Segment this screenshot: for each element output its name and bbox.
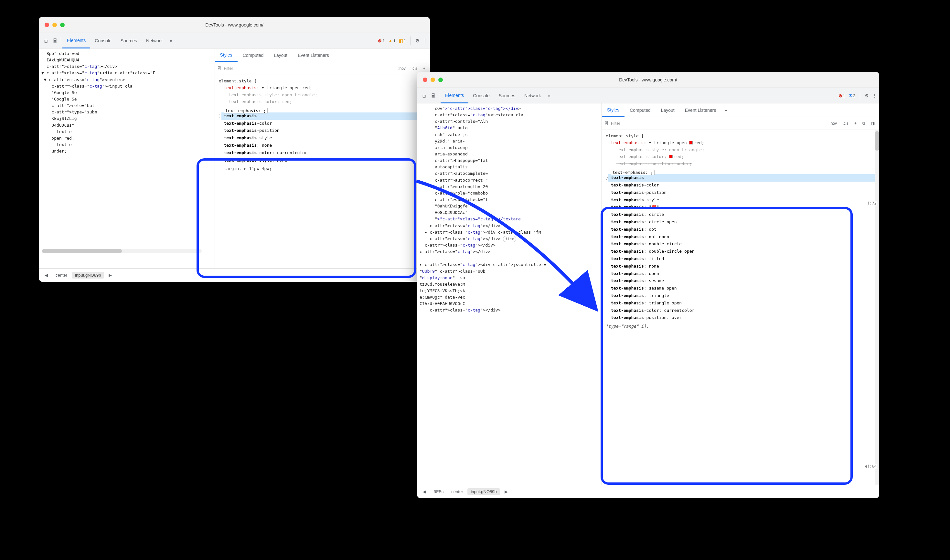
breadcrumb-left-arrow-icon[interactable]: ◀: [420, 488, 429, 495]
autocomplete-popup[interactable]: text-emphasistext-emphasis-colortext-emp…: [602, 174, 879, 322]
settings-icon[interactable]: ⚙: [415, 38, 420, 43]
autocomplete-item[interactable]: text-emphasis: triangle: [608, 292, 879, 300]
warning-indicator[interactable]: ▲1: [388, 38, 396, 43]
autocomplete-item[interactable]: text-emphasis: "❤️": [608, 203, 879, 211]
toggle-panel-icon[interactable]: ◨: [870, 120, 876, 126]
tab-network[interactable]: Network: [142, 33, 167, 48]
styles-filter-row: ⍃ Filter :hov .cls +: [215, 62, 430, 75]
device-icon[interactable]: ⌸: [429, 93, 438, 98]
tab-console[interactable]: Console: [468, 88, 494, 103]
tab-console[interactable]: Console: [90, 33, 116, 48]
breadcrumb-item[interactable]: center: [52, 272, 71, 278]
vertical-scrollbar[interactable]: [875, 130, 879, 485]
messages-indicator[interactable]: ✉2: [848, 93, 855, 98]
autocomplete-item[interactable]: text-emphasis: none: [222, 142, 430, 149]
autocomplete-item[interactable]: text-emphasis: [608, 174, 879, 182]
tab-computed[interactable]: Computed: [237, 48, 269, 62]
tab-event-listeners[interactable]: Event Listeners: [680, 103, 722, 117]
kebab-icon[interactable]: ⋮: [423, 38, 427, 43]
tab-elements[interactable]: Elements: [440, 88, 468, 103]
breadcrumb-right-arrow-icon[interactable]: ▶: [105, 272, 115, 278]
device-icon[interactable]: ⌸: [51, 38, 60, 43]
tab-sources[interactable]: Sources: [494, 88, 520, 103]
autocomplete-item[interactable]: text-emphasis: dot: [608, 226, 879, 233]
elements-panel[interactable]: cQv">"c-attr">class="c-tag"></div> c-att…: [417, 103, 602, 485]
new-rule-button[interactable]: +: [853, 120, 858, 126]
error-indicator[interactable]: ⊗1: [839, 93, 845, 98]
autocomplete-item[interactable]: text-emphasis: triangle open: [608, 300, 879, 307]
breadcrumb-right-arrow-icon[interactable]: ▶: [501, 488, 511, 495]
computed-styles-sidebar-icon[interactable]: ⧉: [861, 120, 867, 126]
autocomplete-item[interactable]: text-emphasis: circle open: [608, 218, 879, 226]
cls-button[interactable]: .cls: [841, 120, 850, 126]
more-tabs-icon[interactable]: »: [545, 93, 553, 98]
traffic-lights[interactable]: [39, 23, 65, 27]
settings-icon[interactable]: ⚙: [865, 93, 869, 98]
zoom-icon[interactable]: [60, 23, 65, 27]
issues-indicator[interactable]: ◧1: [399, 38, 406, 43]
breadcrumb-item[interactable]: 9FBc: [431, 488, 447, 495]
autocomplete-item[interactable]: text-emphasis: none: [608, 263, 879, 270]
autocomplete-item[interactable]: text-emphasis: filled: [608, 255, 879, 263]
breadcrumb-left-arrow-icon[interactable]: ◀: [42, 272, 51, 278]
autocomplete-item[interactable]: text-emphasis-style: [222, 134, 430, 142]
autocomplete-item[interactable]: text-emphasis-position: [608, 189, 879, 197]
source-origin-partial: e):64: [865, 464, 877, 469]
tab-elements[interactable]: Elements: [62, 33, 90, 48]
autocomplete-item[interactable]: text-emphasis: circle: [608, 211, 879, 218]
kebab-icon[interactable]: ⋮: [872, 93, 877, 98]
autocomplete-item[interactable]: text-emphasis-style: none: [222, 157, 430, 164]
horizontal-scrollbar[interactable]: [42, 249, 202, 253]
inspect-icon[interactable]: ◰: [420, 93, 429, 98]
tab-layout[interactable]: Layout: [656, 103, 680, 117]
more-tabs-icon[interactable]: »: [167, 38, 175, 43]
autocomplete-item[interactable]: text-emphasis-color: [608, 182, 879, 189]
autocomplete-item[interactable]: text-emphasis: sesame: [608, 277, 879, 285]
autocomplete-item[interactable]: text-emphasis-color: [222, 120, 430, 127]
tab-styles[interactable]: Styles: [602, 104, 625, 117]
error-indicator[interactable]: ⊗1: [378, 38, 385, 43]
autocomplete-item[interactable]: text-emphasis-color: currentcolor: [608, 307, 879, 314]
autocomplete-item[interactable]: text-emphasis: double-circle open: [608, 248, 879, 255]
autocomplete-item[interactable]: text-emphasis: open: [608, 270, 879, 278]
tab-computed[interactable]: Computed: [625, 103, 656, 117]
zoom-icon[interactable]: [438, 78, 443, 82]
styles-tabstrip: Styles Computed Layout Event Listeners »: [602, 103, 879, 117]
new-rule-button[interactable]: +: [422, 66, 426, 71]
cls-button[interactable]: .cls: [410, 66, 419, 71]
autocomplete-item[interactable]: text-emphasis: [222, 112, 430, 120]
autocomplete-item[interactable]: text-emphasis-position: over: [608, 314, 879, 322]
autocomplete-item[interactable]: text-emphasis: sesame open: [608, 285, 879, 292]
tab-sources[interactable]: Sources: [116, 33, 142, 48]
styles-filter-input[interactable]: Filter: [224, 66, 394, 71]
hov-button[interactable]: :hov: [828, 120, 838, 126]
autocomplete-popup[interactable]: text-emphasistext-emphasis-colortext-emp…: [215, 112, 430, 164]
tab-styles[interactable]: Styles: [215, 49, 237, 62]
close-icon[interactable]: [423, 78, 427, 82]
hov-button[interactable]: :hov: [397, 66, 407, 71]
breadcrumb-item[interactable]: center: [448, 488, 466, 495]
more-tabs-icon[interactable]: »: [721, 108, 730, 113]
autocomplete-item[interactable]: text-emphasis: double-circle: [608, 240, 879, 248]
autocomplete-item[interactable]: text-emphasis-style: [608, 197, 879, 204]
styles-filter-input[interactable]: Filter: [611, 121, 825, 126]
minimize-icon[interactable]: [52, 23, 57, 27]
filter-icon[interactable]: ⍃: [605, 121, 608, 126]
tab-event-listeners[interactable]: Event Listeners: [293, 48, 334, 62]
autocomplete-item[interactable]: text-emphasis-position: [222, 127, 430, 134]
styles-body[interactable]: element.style { text-emphasis: ▾ triangl…: [602, 130, 879, 485]
breadcrumb-item-selected[interactable]: input.gNO89b: [72, 272, 104, 278]
filter-icon[interactable]: ⍃: [218, 66, 221, 71]
autocomplete-item[interactable]: text-emphasis-color: currentcolor: [222, 149, 430, 157]
styles-body[interactable]: element.style { text-emphasis: ▾ triangl…: [215, 75, 430, 268]
minimize-icon[interactable]: [431, 78, 435, 82]
inspect-icon[interactable]: ◰: [42, 38, 51, 43]
elements-panel[interactable]: 8pb" data-ved IAxUqWUEAHQU4 c-attr">clas…: [39, 48, 215, 268]
close-icon[interactable]: [45, 23, 49, 27]
tab-layout[interactable]: Layout: [269, 48, 293, 62]
breadcrumb-item-selected[interactable]: input.gNO89b: [467, 488, 500, 495]
traffic-lights[interactable]: [417, 78, 443, 82]
autocomplete-item[interactable]: text-emphasis: dot open: [608, 233, 879, 241]
tab-network[interactable]: Network: [520, 88, 545, 103]
source-origin-partial: ):72: [867, 201, 877, 206]
